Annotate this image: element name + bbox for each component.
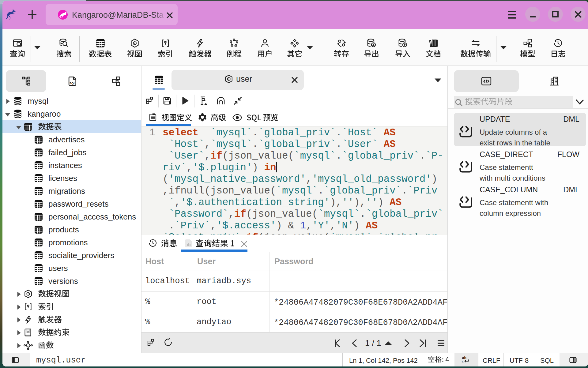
svg-text:c: c: [462, 360, 464, 363]
svg-text:SQL: SQL: [70, 81, 76, 85]
